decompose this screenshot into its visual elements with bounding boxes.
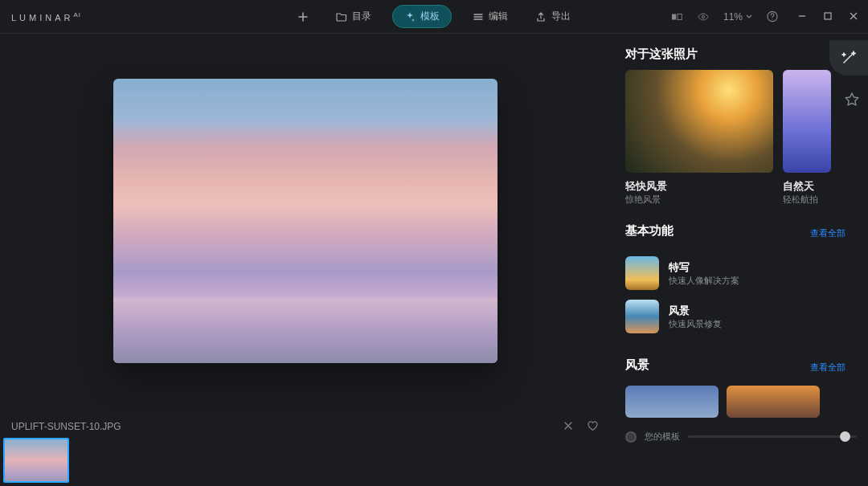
svg-point-2 [702, 15, 704, 18]
maximize-button[interactable] [823, 11, 834, 22]
template-thumbnail [783, 70, 831, 173]
reject-button[interactable] [563, 420, 575, 433]
tab-edit[interactable]: 编辑 [466, 6, 514, 27]
panel-section-scenery: 风景 [625, 357, 649, 373]
svg-rect-4 [825, 13, 831, 19]
scenery-thumbnail[interactable] [727, 386, 820, 418]
sparkle-icon [404, 11, 416, 22]
slider-start-knob[interactable] [625, 431, 637, 443]
template-intensity-slider[interactable] [688, 435, 857, 438]
minimize-button[interactable] [797, 11, 809, 22]
add-button[interactable] [291, 8, 315, 26]
list-thumbnail [625, 300, 659, 333]
export-icon [535, 11, 547, 22]
scenery-thumbnail[interactable] [625, 386, 719, 418]
filmstrip-thumbnail[interactable] [3, 438, 69, 483]
see-all-link[interactable]: 查看全部 [810, 361, 845, 374]
svg-rect-0 [672, 14, 676, 19]
basic-item[interactable]: 风景 快速风景修复 [625, 295, 868, 338]
favorite-button[interactable] [587, 420, 600, 433]
brand-logo: LUMINARAI [11, 11, 81, 22]
close-button[interactable] [849, 11, 860, 22]
eye-icon[interactable] [698, 11, 709, 22]
preview-image [113, 79, 497, 363]
list-thumbnail [625, 256, 659, 290]
wand-icon [840, 49, 858, 67]
ai-wand-button[interactable] [829, 40, 868, 76]
sliders-icon [473, 11, 484, 22]
svg-rect-1 [678, 14, 682, 19]
template-card[interactable]: 自然天 轻松航拍 [783, 70, 868, 206]
panel-section-basic: 基本功能 [625, 223, 674, 239]
slider-handle[interactable] [840, 431, 850, 442]
template-thumbnail [625, 70, 773, 173]
tab-export[interactable]: 导出 [529, 6, 577, 27]
see-all-link[interactable]: 查看全部 [810, 227, 845, 239]
zoom-dropdown[interactable]: 11% [723, 11, 752, 22]
plus-icon [297, 11, 309, 22]
tab-catalog[interactable]: 目录 [330, 6, 378, 27]
help-icon[interactable] [767, 11, 778, 22]
basic-item[interactable]: 特写 快速人像解决方案 [625, 251, 868, 295]
compare-icon[interactable] [672, 11, 683, 22]
tab-templates[interactable]: 模板 [392, 5, 452, 28]
template-card[interactable]: 轻快风景 惊艳风景 [625, 70, 773, 206]
slider-label: 您的模板 [645, 431, 680, 443]
favorite-panel-button[interactable] [844, 92, 860, 108]
chevron-down-icon [746, 14, 752, 18]
file-name-label: UPLIFT-SUNSET-10.JPG [11, 421, 551, 432]
folder-icon [336, 11, 347, 22]
